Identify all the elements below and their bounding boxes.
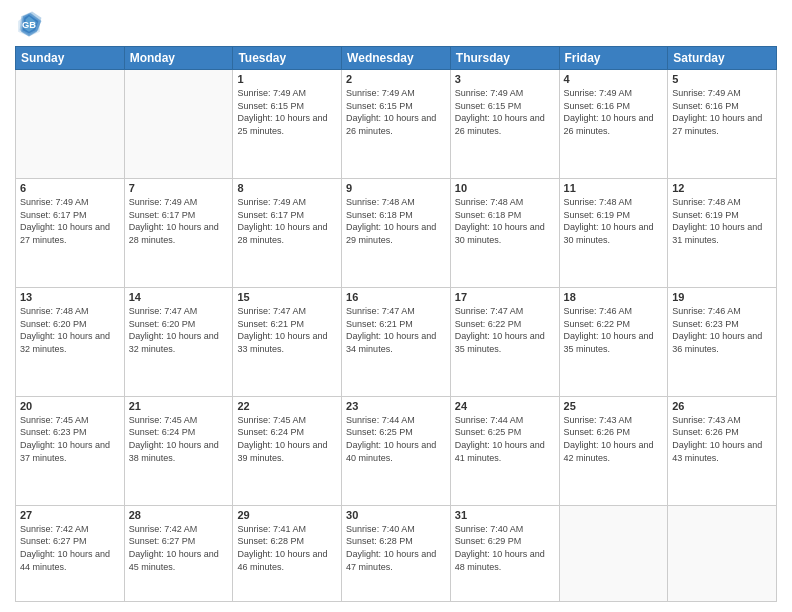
day-info: Sunrise: 7:49 AMSunset: 6:17 PMDaylight:… — [20, 196, 120, 246]
calendar-cell: 31Sunrise: 7:40 AMSunset: 6:29 PMDayligh… — [450, 505, 559, 601]
weekday-header-saturday: Saturday — [668, 47, 777, 70]
day-number: 20 — [20, 400, 120, 412]
day-info: Sunrise: 7:48 AMSunset: 6:18 PMDaylight:… — [455, 196, 555, 246]
calendar-cell: 29Sunrise: 7:41 AMSunset: 6:28 PMDayligh… — [233, 505, 342, 601]
header: GB — [15, 10, 777, 38]
day-info: Sunrise: 7:47 AMSunset: 6:20 PMDaylight:… — [129, 305, 229, 355]
calendar-cell: 17Sunrise: 7:47 AMSunset: 6:22 PMDayligh… — [450, 287, 559, 396]
day-number: 30 — [346, 509, 446, 521]
day-info: Sunrise: 7:49 AMSunset: 6:16 PMDaylight:… — [672, 87, 772, 137]
weekday-header-row: SundayMondayTuesdayWednesdayThursdayFrid… — [16, 47, 777, 70]
day-number: 11 — [564, 182, 664, 194]
day-info: Sunrise: 7:44 AMSunset: 6:25 PMDaylight:… — [455, 414, 555, 464]
calendar-cell: 30Sunrise: 7:40 AMSunset: 6:28 PMDayligh… — [342, 505, 451, 601]
calendar-cell: 5Sunrise: 7:49 AMSunset: 6:16 PMDaylight… — [668, 70, 777, 179]
calendar-cell: 21Sunrise: 7:45 AMSunset: 6:24 PMDayligh… — [124, 396, 233, 505]
calendar-cell: 12Sunrise: 7:48 AMSunset: 6:19 PMDayligh… — [668, 178, 777, 287]
day-info: Sunrise: 7:47 AMSunset: 6:21 PMDaylight:… — [346, 305, 446, 355]
calendar-cell — [559, 505, 668, 601]
day-info: Sunrise: 7:48 AMSunset: 6:20 PMDaylight:… — [20, 305, 120, 355]
day-info: Sunrise: 7:48 AMSunset: 6:19 PMDaylight:… — [564, 196, 664, 246]
day-number: 2 — [346, 73, 446, 85]
day-number: 18 — [564, 291, 664, 303]
day-info: Sunrise: 7:49 AMSunset: 6:15 PMDaylight:… — [455, 87, 555, 137]
day-info: Sunrise: 7:40 AMSunset: 6:29 PMDaylight:… — [455, 523, 555, 573]
day-info: Sunrise: 7:45 AMSunset: 6:23 PMDaylight:… — [20, 414, 120, 464]
day-info: Sunrise: 7:44 AMSunset: 6:25 PMDaylight:… — [346, 414, 446, 464]
calendar-week-1: 1Sunrise: 7:49 AMSunset: 6:15 PMDaylight… — [16, 70, 777, 179]
day-info: Sunrise: 7:48 AMSunset: 6:18 PMDaylight:… — [346, 196, 446, 246]
calendar-cell: 19Sunrise: 7:46 AMSunset: 6:23 PMDayligh… — [668, 287, 777, 396]
calendar-cell: 14Sunrise: 7:47 AMSunset: 6:20 PMDayligh… — [124, 287, 233, 396]
day-number: 28 — [129, 509, 229, 521]
day-info: Sunrise: 7:41 AMSunset: 6:28 PMDaylight:… — [237, 523, 337, 573]
page: GB SundayMondayTuesdayWednesdayThursdayF… — [0, 0, 792, 612]
day-info: Sunrise: 7:42 AMSunset: 6:27 PMDaylight:… — [20, 523, 120, 573]
day-info: Sunrise: 7:49 AMSunset: 6:17 PMDaylight:… — [237, 196, 337, 246]
day-number: 8 — [237, 182, 337, 194]
calendar-cell: 1Sunrise: 7:49 AMSunset: 6:15 PMDaylight… — [233, 70, 342, 179]
day-info: Sunrise: 7:49 AMSunset: 6:16 PMDaylight:… — [564, 87, 664, 137]
day-number: 31 — [455, 509, 555, 521]
day-number: 12 — [672, 182, 772, 194]
day-number: 3 — [455, 73, 555, 85]
day-number: 9 — [346, 182, 446, 194]
calendar-cell: 10Sunrise: 7:48 AMSunset: 6:18 PMDayligh… — [450, 178, 559, 287]
day-number: 4 — [564, 73, 664, 85]
calendar-cell: 16Sunrise: 7:47 AMSunset: 6:21 PMDayligh… — [342, 287, 451, 396]
calendar-cell: 7Sunrise: 7:49 AMSunset: 6:17 PMDaylight… — [124, 178, 233, 287]
calendar-cell: 22Sunrise: 7:45 AMSunset: 6:24 PMDayligh… — [233, 396, 342, 505]
day-number: 21 — [129, 400, 229, 412]
calendar-cell: 20Sunrise: 7:45 AMSunset: 6:23 PMDayligh… — [16, 396, 125, 505]
calendar-cell: 8Sunrise: 7:49 AMSunset: 6:17 PMDaylight… — [233, 178, 342, 287]
day-info: Sunrise: 7:46 AMSunset: 6:22 PMDaylight:… — [564, 305, 664, 355]
calendar-week-2: 6Sunrise: 7:49 AMSunset: 6:17 PMDaylight… — [16, 178, 777, 287]
day-number: 22 — [237, 400, 337, 412]
day-number: 29 — [237, 509, 337, 521]
calendar-cell — [16, 70, 125, 179]
calendar-cell — [124, 70, 233, 179]
day-info: Sunrise: 7:49 AMSunset: 6:17 PMDaylight:… — [129, 196, 229, 246]
calendar-cell: 26Sunrise: 7:43 AMSunset: 6:26 PMDayligh… — [668, 396, 777, 505]
calendar-cell: 23Sunrise: 7:44 AMSunset: 6:25 PMDayligh… — [342, 396, 451, 505]
day-info: Sunrise: 7:45 AMSunset: 6:24 PMDaylight:… — [129, 414, 229, 464]
calendar-table: SundayMondayTuesdayWednesdayThursdayFrid… — [15, 46, 777, 602]
day-info: Sunrise: 7:40 AMSunset: 6:28 PMDaylight:… — [346, 523, 446, 573]
day-number: 5 — [672, 73, 772, 85]
day-info: Sunrise: 7:47 AMSunset: 6:21 PMDaylight:… — [237, 305, 337, 355]
weekday-header-sunday: Sunday — [16, 47, 125, 70]
calendar-cell — [668, 505, 777, 601]
svg-text:GB: GB — [22, 20, 36, 30]
calendar-cell: 28Sunrise: 7:42 AMSunset: 6:27 PMDayligh… — [124, 505, 233, 601]
calendar-cell: 2Sunrise: 7:49 AMSunset: 6:15 PMDaylight… — [342, 70, 451, 179]
day-info: Sunrise: 7:48 AMSunset: 6:19 PMDaylight:… — [672, 196, 772, 246]
day-info: Sunrise: 7:43 AMSunset: 6:26 PMDaylight:… — [672, 414, 772, 464]
day-number: 17 — [455, 291, 555, 303]
calendar-cell: 3Sunrise: 7:49 AMSunset: 6:15 PMDaylight… — [450, 70, 559, 179]
day-number: 15 — [237, 291, 337, 303]
day-info: Sunrise: 7:43 AMSunset: 6:26 PMDaylight:… — [564, 414, 664, 464]
day-info: Sunrise: 7:45 AMSunset: 6:24 PMDaylight:… — [237, 414, 337, 464]
calendar-week-4: 20Sunrise: 7:45 AMSunset: 6:23 PMDayligh… — [16, 396, 777, 505]
calendar-cell: 25Sunrise: 7:43 AMSunset: 6:26 PMDayligh… — [559, 396, 668, 505]
day-number: 27 — [20, 509, 120, 521]
day-number: 14 — [129, 291, 229, 303]
day-number: 26 — [672, 400, 772, 412]
day-number: 23 — [346, 400, 446, 412]
day-number: 25 — [564, 400, 664, 412]
day-number: 24 — [455, 400, 555, 412]
calendar-cell: 9Sunrise: 7:48 AMSunset: 6:18 PMDaylight… — [342, 178, 451, 287]
calendar-week-3: 13Sunrise: 7:48 AMSunset: 6:20 PMDayligh… — [16, 287, 777, 396]
day-number: 16 — [346, 291, 446, 303]
weekday-header-monday: Monday — [124, 47, 233, 70]
day-info: Sunrise: 7:42 AMSunset: 6:27 PMDaylight:… — [129, 523, 229, 573]
day-info: Sunrise: 7:47 AMSunset: 6:22 PMDaylight:… — [455, 305, 555, 355]
weekday-header-tuesday: Tuesday — [233, 47, 342, 70]
logo-icon: GB — [15, 10, 43, 38]
calendar-cell: 11Sunrise: 7:48 AMSunset: 6:19 PMDayligh… — [559, 178, 668, 287]
day-number: 13 — [20, 291, 120, 303]
day-number: 1 — [237, 73, 337, 85]
logo: GB — [15, 10, 47, 38]
weekday-header-thursday: Thursday — [450, 47, 559, 70]
day-number: 19 — [672, 291, 772, 303]
